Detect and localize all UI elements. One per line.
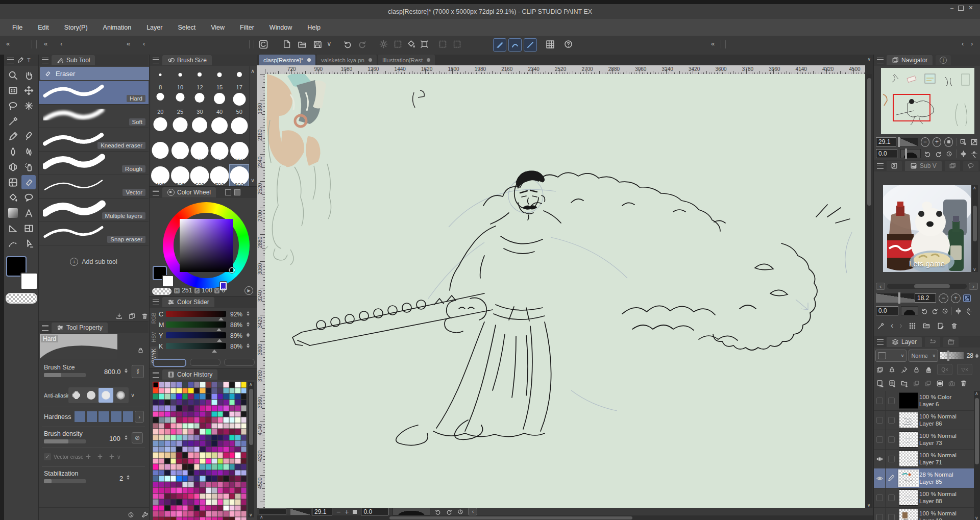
color-history-swatch[interactable] xyxy=(241,511,247,517)
layer-visibility-toggle[interactable] xyxy=(874,507,886,520)
color-history-swatch[interactable] xyxy=(211,493,217,500)
hardness-level[interactable] xyxy=(123,411,134,422)
reset-settings-icon[interactable] xyxy=(127,511,135,518)
brush-size-option[interactable]: 12 xyxy=(190,66,210,91)
color-history-swatch[interactable] xyxy=(194,447,200,453)
scroll-up-icon[interactable]: ∧ xyxy=(973,185,976,190)
color-history-swatch[interactable] xyxy=(194,429,200,435)
figure-icon[interactable] xyxy=(6,221,20,235)
color-history-swatch[interactable] xyxy=(153,464,159,470)
color-history-swatch[interactable] xyxy=(194,382,200,388)
color-history-swatch[interactable] xyxy=(164,447,170,453)
color-history-swatch[interactable] xyxy=(206,487,212,493)
color-history-swatch[interactable] xyxy=(170,499,177,505)
color-history-swatch[interactable] xyxy=(241,452,247,458)
zoom-in-icon[interactable]: + xyxy=(345,508,349,516)
channel-slider[interactable] xyxy=(166,332,226,338)
panel-menu-icon[interactable] xyxy=(877,339,884,345)
tool-property-tab[interactable]: Tool Property xyxy=(52,323,108,333)
color-history-swatch[interactable] xyxy=(182,476,188,482)
layer-thumbnail[interactable] xyxy=(899,412,918,428)
color-history-swatch[interactable] xyxy=(235,447,241,453)
color-history-swatch[interactable] xyxy=(211,393,217,400)
color-history-swatch[interactable] xyxy=(164,429,170,435)
balloon-tab[interactable] xyxy=(963,161,978,171)
color-history-swatch[interactable] xyxy=(194,505,200,511)
color-history-swatch[interactable] xyxy=(211,440,217,447)
color-history-swatch[interactable] xyxy=(159,517,165,520)
color-history-swatch[interactable] xyxy=(206,464,212,470)
color-history-swatch[interactable] xyxy=(217,505,224,511)
color-history-swatch[interactable] xyxy=(194,435,200,441)
color-history-swatch[interactable] xyxy=(217,452,224,458)
color-history-swatch[interactable] xyxy=(159,511,165,517)
color-history-swatch[interactable] xyxy=(211,458,217,464)
color-history-swatch[interactable] xyxy=(235,382,241,388)
color-history-swatch[interactable] xyxy=(211,429,217,435)
color-history-swatch[interactable] xyxy=(164,411,170,417)
palette-scroll-up-icon[interactable]: ∧ xyxy=(249,382,253,387)
subview-zoom-value[interactable]: 18.2 xyxy=(915,293,936,303)
brush-size-option[interactable]: 200 xyxy=(190,140,210,165)
color-history-swatch[interactable] xyxy=(206,517,212,520)
color-history-swatch[interactable] xyxy=(182,493,188,500)
color-history-swatch[interactable] xyxy=(153,393,159,400)
color-history-swatch[interactable] xyxy=(211,405,217,411)
color-history-swatch[interactable] xyxy=(235,493,241,500)
color-history-swatch[interactable] xyxy=(217,388,224,394)
collapse-left-dock-icon[interactable]: « xyxy=(6,40,10,47)
remove-image-icon[interactable] xyxy=(950,322,958,330)
color-history-swatch[interactable] xyxy=(235,417,241,423)
color-history-swatch[interactable] xyxy=(217,470,224,476)
subview-zoom-out[interactable]: − xyxy=(939,293,948,303)
navigator-zoom-value[interactable]: 29.1 xyxy=(876,137,896,146)
color-history-swatch[interactable] xyxy=(170,447,177,453)
redo-button[interactable] xyxy=(357,39,367,50)
color-history-swatch[interactable] xyxy=(206,447,212,453)
subtool-item-vector[interactable]: Vector xyxy=(39,175,149,199)
color-history-swatch[interactable] xyxy=(170,400,177,406)
panel-menu-icon[interactable] xyxy=(153,58,159,63)
close-button[interactable]: ✕ xyxy=(968,5,973,11)
color-history-swatch[interactable] xyxy=(194,400,200,406)
color-history-swatch[interactable] xyxy=(229,429,235,435)
color-history-swatch[interactable] xyxy=(241,517,247,520)
color-history-swatch[interactable] xyxy=(200,435,206,441)
color-history-swatch[interactable] xyxy=(235,476,241,482)
color-history-swatch[interactable] xyxy=(182,411,188,417)
color-history-swatch[interactable] xyxy=(235,470,241,476)
brush-size-option[interactable]: 170 xyxy=(170,140,191,165)
color-history-swatch[interactable] xyxy=(194,499,200,505)
color-history-swatch[interactable] xyxy=(206,476,212,482)
layer-color-dropdown[interactable]: ∨ xyxy=(875,350,906,362)
color-history-swatch[interactable] xyxy=(200,464,206,470)
color-history-swatch[interactable] xyxy=(194,511,200,517)
color-history-swatch[interactable] xyxy=(200,411,206,417)
color-history-swatch[interactable] xyxy=(217,511,224,517)
brush-size-option[interactable]: 300 xyxy=(229,140,250,165)
color-history-swatch[interactable] xyxy=(176,476,182,482)
brush-size-option[interactable]: 17 xyxy=(229,66,250,91)
color-history-swatch[interactable] xyxy=(223,476,229,482)
color-history-swatch[interactable] xyxy=(223,499,229,505)
color-history-swatch[interactable] xyxy=(235,482,241,488)
maximize-button[interactable] xyxy=(958,6,964,11)
channel-slider-caret[interactable] xyxy=(212,350,217,353)
color-history-swatch[interactable] xyxy=(206,382,212,388)
color-history-swatch[interactable] xyxy=(241,417,247,423)
color-history-swatch[interactable] xyxy=(223,487,229,493)
color-history-swatch[interactable] xyxy=(206,458,212,464)
color-history-swatch[interactable] xyxy=(153,417,159,423)
color-history-swatch[interactable] xyxy=(164,476,170,482)
palette-scrollbar-thumb[interactable] xyxy=(249,389,253,445)
rotate-left-icon[interactable] xyxy=(921,307,928,315)
color-history-swatch[interactable] xyxy=(241,405,247,411)
color-history-swatch[interactable] xyxy=(241,440,247,447)
color-history-swatch[interactable] xyxy=(176,382,182,388)
color-history-swatch[interactable] xyxy=(241,464,247,470)
color-history-swatch[interactable] xyxy=(223,505,229,511)
color-history-swatch[interactable] xyxy=(206,417,212,423)
subtool-item-rough[interactable]: Rough xyxy=(39,152,149,175)
menu-item-storyp[interactable]: Story(P) xyxy=(64,24,88,31)
panel-grip[interactable] xyxy=(32,40,37,48)
